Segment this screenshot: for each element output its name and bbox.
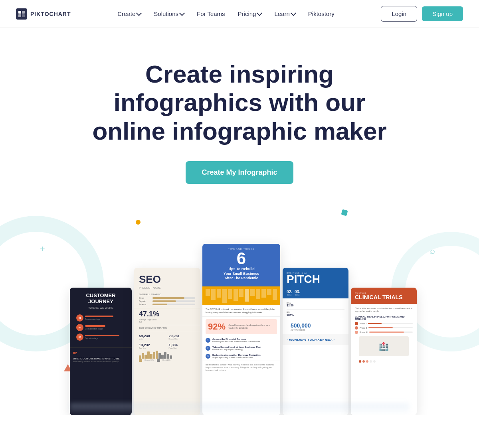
cj-line-1	[85, 316, 113, 317]
chevron-down-icon	[257, 10, 262, 16]
nav-piktostory[interactable]: Piktostory	[303, 7, 339, 20]
clinical-image: 🏥	[359, 336, 409, 356]
cj-dot-2: 02	[76, 324, 83, 331]
seo-card: SEO PROJECT NAME OVERALL TRAFFIC Direct …	[134, 268, 200, 415]
tips-highlight: 92% of small businesses faced negative e…	[206, 319, 277, 334]
cards-showcase: CUSTOMER journey WHERE WE WERE 01 Awaren…	[70, 244, 409, 415]
tips-step-2: 2 Take a Second Look at Your Business Pl…	[202, 345, 280, 353]
nav-pricing[interactable]: Pricing	[233, 7, 267, 20]
seo-project-label: PROJECT NAME	[139, 286, 195, 289]
nav-create[interactable]: Create	[113, 7, 146, 20]
clinical-trials-card: MEDICAL CLINICAL TRIALS Clinical trials …	[351, 288, 417, 415]
tips-step-1: 1 Assess the Financial Damage Review you…	[202, 337, 280, 345]
seo-avg-val: 4.2	[134, 321, 200, 323]
clinical-section-title: CLINICAL TRIAL PHASES, PURPOSES AND TIME…	[355, 316, 413, 320]
customer-journey-card: CUSTOMER journey WHERE WE WERE 01 Awaren…	[70, 288, 132, 415]
logo[interactable]: PIKTOCHART	[16, 8, 71, 20]
seo-overall-traffic: OVERALL TRAFFIC Direct Organic Referral	[134, 292, 200, 308]
svg-rect-3	[22, 14, 25, 17]
tips-footer: It's important to consider what recovery…	[202, 361, 280, 374]
cj-dot-3: 03	[76, 334, 83, 341]
seo-organic-section: SEO ORGANIC TRAFFIC	[134, 325, 200, 332]
seo-title: SEO	[139, 273, 195, 286]
seo-mini-chart	[134, 351, 200, 359]
logo-text: PIKTOCHART	[30, 11, 71, 17]
navbar: PIKTOCHART Create Solutions For Teams Pr…	[0, 0, 479, 28]
nav-solutions[interactable]: Solutions	[149, 7, 189, 20]
seo-traffic-row: 59,230 Visits 20,231 Bounce Rate	[134, 332, 200, 341]
pitch-title: PITCH	[287, 274, 344, 284]
clinical-phase-3: Phase III	[355, 331, 413, 334]
pitch-body: MCC $2.50 ROI 185% 500,000 ACTIVE USERS	[283, 298, 348, 334]
deco-dot-orange	[136, 220, 141, 225]
tips-header: TIPS AND TRICKS 6 Tips To Rebuild Your S…	[202, 244, 280, 286]
business-pitch-card: BUSINESS IDEA PITCH 02. TITLE 03. TITLE …	[283, 268, 348, 415]
clinical-phase-2: Phase II	[355, 326, 413, 330]
seo-big-number: 47.1%	[134, 308, 200, 318]
pitch-metrics: 02. TITLE 03. TITLE	[283, 287, 348, 298]
customer-journey-title: CUSTOMER journey	[70, 288, 132, 306]
nav-for-teams[interactable]: For Teams	[192, 7, 230, 20]
tips-step-3: 3 Budget to Account for Revenue Reductio…	[202, 353, 280, 361]
tips-percent-text: of small businesses faced negative effec…	[228, 324, 275, 330]
hero-section: Create inspiring infographics with our o…	[0, 28, 479, 192]
chevron-down-icon	[179, 10, 185, 16]
cj-line-3	[85, 335, 119, 336]
svg-rect-2	[18, 14, 21, 17]
piktochart-icon	[18, 10, 25, 18]
clinical-body: Clinical trials are research studies tha…	[351, 304, 417, 367]
customer-journey-subtitle: WHERE WE WERE	[70, 306, 132, 309]
nav-actions: Login Sign up	[381, 6, 463, 22]
tips-title: Tips To Rebuild Your Small Business Afte…	[206, 267, 276, 283]
create-infographic-button[interactable]: Create My Infographic	[186, 161, 293, 184]
cj-dot-1: 01	[76, 314, 83, 322]
nav-learn[interactable]: Learn	[269, 7, 300, 20]
pitch-user-count: 500,000	[287, 321, 344, 329]
clinical-intro: Clinical trials are research studies tha…	[355, 307, 413, 313]
deco-search-icon: ⌕	[430, 246, 435, 256]
deco-plus-icon: +	[40, 244, 45, 254]
cards-reflection	[70, 403, 409, 415]
tips-percent: 92%	[208, 322, 226, 332]
seo-header: SEO PROJECT NAME	[134, 268, 200, 292]
pitch-quote: " HIGHLIGHT YOUR KEY IDEA "	[283, 334, 348, 345]
showcase-area: + ⌕ CUSTOMER journey WHERE WE WERE 01 Aw…	[0, 208, 479, 415]
pitch-header: BUSINESS IDEA PITCH	[283, 268, 348, 287]
svg-rect-1	[22, 11, 25, 14]
tips-intro: The COVID-19 outbreak has wreaked financ…	[202, 305, 280, 317]
signup-button[interactable]: Sign up	[422, 6, 463, 21]
svg-rect-0	[18, 11, 21, 14]
tips-number: 6	[206, 250, 276, 267]
clinical-phase-1: Phase I	[355, 322, 413, 325]
clinical-dot-indicators	[355, 359, 413, 364]
deco-dot-teal	[341, 209, 348, 216]
seo-traffic-row-2: 13,232 Avg. Time 1,304 Pages/Visit	[134, 341, 200, 351]
login-button[interactable]: Login	[381, 6, 417, 22]
chevron-down-icon	[136, 10, 142, 16]
tips-city-graphic	[202, 286, 280, 305]
tips-card: TIPS AND TRICKS 6 Tips To Rebuild Your S…	[202, 244, 280, 415]
clinical-title: CLINICAL TRIALS	[355, 294, 413, 301]
cj-line-2	[85, 325, 105, 327]
hero-title: Create inspiring infographics with our o…	[80, 60, 399, 145]
nav-links: Create Solutions For Teams Pricing Learn…	[113, 7, 339, 20]
pitch-active-users: ACTIVE USERS	[287, 329, 344, 331]
chevron-down-icon	[291, 10, 296, 16]
clinical-header: MEDICAL CLINICAL TRIALS	[351, 288, 417, 304]
logo-icon	[16, 8, 27, 20]
